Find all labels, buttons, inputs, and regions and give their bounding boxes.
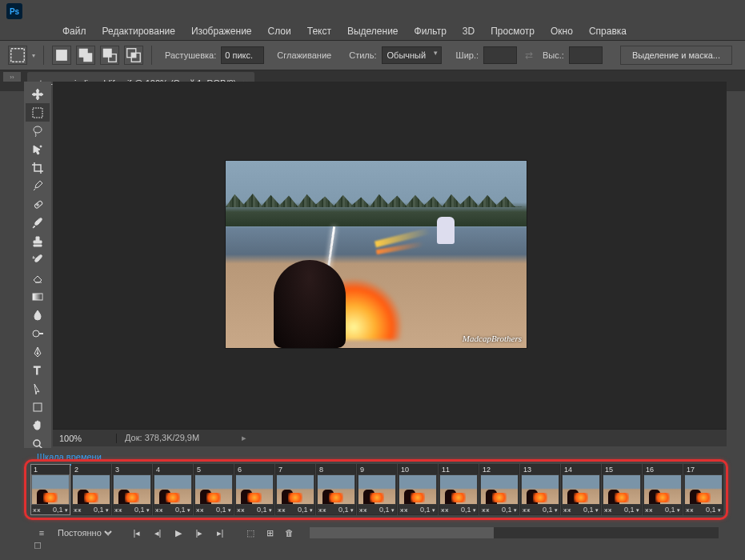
select-and-mask-button[interactable]: Выделение и маска... <box>620 46 732 65</box>
frame-thumb <box>318 475 354 504</box>
move-tool-icon[interactable] <box>26 85 50 103</box>
eraser-tool-icon[interactable] <box>26 269 50 287</box>
timeline-frame[interactable]: 2⁎⁎0,1 ▾ <box>71 464 111 515</box>
crop-tool-icon[interactable] <box>26 158 50 177</box>
timeline-frame[interactable]: 14⁎⁎0,1 ▾ <box>561 464 601 515</box>
frame-delay[interactable]: ⁎⁎0,1 ▾ <box>317 505 355 514</box>
selection-add-icon[interactable] <box>76 46 95 65</box>
timeline-frame[interactable]: 7⁎⁎0,1 ▾ <box>275 464 315 515</box>
menu-image[interactable]: Изображение <box>183 22 260 40</box>
history-brush-tool-icon[interactable] <box>26 250 50 269</box>
timeline-frame[interactable]: 4⁎⁎0,1 ▾ <box>153 464 193 515</box>
path-select-tool-icon[interactable] <box>26 379 50 398</box>
next-frame-icon[interactable]: |▸ <box>193 526 206 539</box>
timeline-frame[interactable]: 12⁎⁎0,1 ▾ <box>479 464 519 515</box>
menu-window[interactable]: Окно <box>543 22 581 40</box>
type-tool-icon[interactable]: T <box>26 361 50 379</box>
height-label: Выс.: <box>543 50 564 60</box>
frame-delay[interactable]: ⁎⁎0,1 ▾ <box>562 505 600 514</box>
frame-delay[interactable]: ⁎⁎0,1 ▾ <box>439 505 478 514</box>
frame-delay[interactable]: ⁎⁎0,1 ▾ <box>113 505 151 514</box>
timeline-frame[interactable]: 5⁎⁎0,1 ▾ <box>194 464 234 515</box>
menu-layer[interactable]: Слои <box>260 22 299 40</box>
menu-file[interactable]: Файл <box>54 22 94 40</box>
feather-input[interactable] <box>221 46 264 64</box>
frame-number: 12 <box>480 465 519 474</box>
healing-tool-icon[interactable] <box>26 195 50 214</box>
lasso-tool-icon[interactable] <box>26 122 50 140</box>
frame-delay[interactable]: ⁎⁎0,1 ▾ <box>684 505 723 514</box>
frame-thumb <box>563 475 599 504</box>
menu-select[interactable]: Выделение <box>339 22 407 40</box>
gradient-tool-icon[interactable] <box>26 287 50 306</box>
frame-delay[interactable]: ⁎⁎0,1 ▾ <box>521 505 559 514</box>
tween-icon[interactable]: ⬚ <box>244 526 257 539</box>
frame-delay[interactable]: ⁎⁎0,1 ▾ <box>31 505 70 514</box>
marquee-tool-icon[interactable] <box>26 103 50 122</box>
frame-number: 17 <box>684 465 723 474</box>
blur-tool-icon[interactable] <box>26 306 50 324</box>
collapse-toggle-icon[interactable]: ›› <box>3 72 21 82</box>
doc-info[interactable]: Док: 378,3K/29,9M ▸ <box>117 433 254 443</box>
pen-tool-icon[interactable] <box>26 342 50 361</box>
timeline-tab[interactable]: Шкала времени <box>32 450 106 466</box>
frame-delay[interactable]: ⁎⁎0,1 ▾ <box>643 505 682 514</box>
height-input <box>569 46 603 64</box>
style-select[interactable]: Обычный <box>382 46 442 64</box>
canvas-area[interactable]: MadcapBrothers <box>53 82 727 446</box>
frame-delay[interactable]: ⁎⁎0,1 ▾ <box>276 505 314 514</box>
frame-delay[interactable]: ⁎⁎0,1 ▾ <box>154 505 192 514</box>
quick-select-tool-icon[interactable] <box>26 140 50 158</box>
timeline-scrollbar[interactable] <box>310 527 719 538</box>
shape-tool-icon[interactable] <box>26 398 50 416</box>
timeline-frame[interactable]: 8⁎⁎0,1 ▾ <box>316 464 356 515</box>
timeline-frame[interactable]: 11⁎⁎0,1 ▾ <box>439 464 479 515</box>
timeline-menu-icon[interactable]: ≡ <box>35 526 48 539</box>
first-frame-icon[interactable]: |◂ <box>130 526 143 539</box>
menu-help[interactable]: Справка <box>581 22 635 40</box>
loop-select[interactable]: Постоянно <box>54 527 114 538</box>
timeline-frame[interactable]: 13⁎⁎0,1 ▾ <box>520 464 560 515</box>
timeline-frame[interactable]: 1⁎⁎0,1 ▾ <box>30 464 70 515</box>
frame-delay[interactable]: ⁎⁎0,1 ▾ <box>399 505 437 514</box>
frame-delay[interactable]: ⁎⁎0,1 ▾ <box>480 505 519 514</box>
prev-frame-icon[interactable]: ◂| <box>151 526 164 539</box>
timeline-frame[interactable]: 16⁎⁎0,1 ▾ <box>643 464 683 515</box>
stamp-tool-icon[interactable] <box>26 232 50 250</box>
frame-delay[interactable]: ⁎⁎0,1 ▾ <box>358 505 396 514</box>
timeline-frame[interactable]: 17⁎⁎0,1 ▾ <box>683 464 723 515</box>
timeline-frame[interactable]: 3⁎⁎0,1 ▾ <box>112 464 152 515</box>
hand-tool-icon[interactable] <box>26 416 50 434</box>
selection-new-icon[interactable] <box>52 46 71 65</box>
timeline-frame[interactable]: 10⁎⁎0,1 ▾ <box>398 464 438 515</box>
timeline-frame[interactable]: 9⁎⁎0,1 ▾ <box>357 464 397 515</box>
frame-delay[interactable]: ⁎⁎0,1 ▾ <box>194 505 233 514</box>
dodge-tool-icon[interactable] <box>26 324 50 342</box>
chevron-right-icon[interactable]: ▸ <box>242 433 246 442</box>
frame-thumb <box>236 475 273 504</box>
selection-intersect-icon[interactable] <box>124 46 143 65</box>
timeline-frame[interactable]: 15⁎⁎0,1 ▾ <box>602 464 642 515</box>
menu-type[interactable]: Текст <box>299 22 339 40</box>
play-icon[interactable]: ▶ <box>172 526 185 539</box>
timeline-frame[interactable]: 6⁎⁎0,1 ▾ <box>234 464 274 515</box>
svg-rect-17 <box>34 403 42 411</box>
zoom-field[interactable]: 100% <box>53 434 117 443</box>
menu-filter[interactable]: Фильтр <box>407 22 455 40</box>
brush-tool-icon[interactable] <box>26 214 50 232</box>
style-label: Стиль: <box>349 50 376 60</box>
menubar: Файл Редактирование Изображение Слои Тек… <box>0 22 745 40</box>
frame-delay[interactable]: ⁎⁎0,1 ▾ <box>72 505 110 514</box>
menu-edit[interactable]: Редактирование <box>94 22 183 40</box>
quickmask-icon[interactable]: ◻ <box>24 539 51 550</box>
delete-frame-icon[interactable]: 🗑 <box>282 526 295 539</box>
eyedropper-tool-icon[interactable] <box>26 177 50 195</box>
frame-delay[interactable]: ⁎⁎0,1 ▾ <box>603 505 641 514</box>
menu-3d[interactable]: 3D <box>455 22 483 40</box>
selection-subtract-icon[interactable] <box>100 46 119 65</box>
active-tool-marquee-icon[interactable] <box>8 46 27 65</box>
last-frame-icon[interactable]: ▸| <box>214 526 226 539</box>
frame-delay[interactable]: ⁎⁎0,1 ▾ <box>235 505 274 514</box>
menu-view[interactable]: Просмотр <box>483 22 543 40</box>
new-frame-icon[interactable]: ⊞ <box>263 526 276 539</box>
